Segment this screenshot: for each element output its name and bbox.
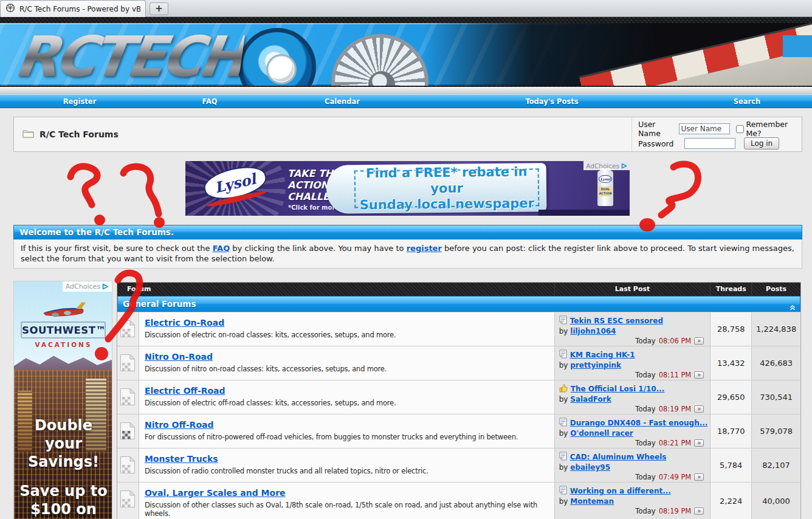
last-post-user-link[interactable]: SaladFork — [570, 395, 611, 404]
last-post-cell: CAD: Aluminum Wheels by ebailey95 Today … — [555, 449, 711, 482]
last-post-thread-link[interactable]: Tekin RS ESC sensored — [570, 317, 663, 325]
nav-todays-posts[interactable]: Today's Posts — [525, 95, 578, 108]
login-button[interactable]: Log in — [744, 137, 779, 150]
remember-me-checkbox[interactable] — [736, 125, 744, 133]
forum-description: Discussion of electric off-road classes:… — [145, 399, 548, 407]
southwest-logo: SOUTHWEST™ — [21, 321, 106, 339]
posts-count: 730,541 — [752, 380, 800, 414]
forum-link[interactable]: Nitro Off-Road — [145, 420, 214, 430]
go-to-last-post-button[interactable]: » — [694, 439, 704, 447]
forum-link[interactable]: Nitro On-Road — [145, 352, 213, 362]
adchoices-button[interactable]: AdChoices — [63, 281, 112, 292]
southwest-promo-1: Double your Savings! — [14, 416, 112, 471]
password-field[interactable] — [684, 138, 735, 149]
navbar: Register FAQ Calendar Today's Posts Sear… — [0, 94, 812, 108]
browser-tab-bar: R/C Tech Forums - Powered by vBulletin + — [0, 0, 812, 17]
annotation-dot — [94, 215, 105, 225]
username-field[interactable] — [679, 123, 730, 134]
forum-link[interactable]: Oval, Larger Scales and More — [145, 488, 286, 498]
last-post-cell: The Official Losi 1/10... by SaladFork T… — [555, 380, 711, 414]
last-post-time: Today 08:06 PM » — [559, 337, 706, 345]
browser-tab[interactable]: R/C Tech Forums - Powered by vBulletin — [0, 0, 146, 17]
forum-link[interactable]: Electric Off-Road — [145, 386, 225, 396]
register-link[interactable]: register — [407, 244, 442, 253]
last-post-cell: Durango DNX408 - Fast enough... by O'don… — [555, 414, 711, 448]
nav-register[interactable]: Register — [63, 95, 97, 108]
go-to-last-post-button[interactable]: » — [694, 507, 704, 515]
go-to-last-post-button[interactable]: » — [694, 405, 704, 413]
last-post-cell: KM Racing HK-1 by prettyinpink Today 08:… — [555, 346, 711, 380]
nav-calendar[interactable]: Calendar — [325, 95, 360, 108]
last-post-user-link[interactable]: O'donnell racer — [570, 429, 633, 438]
note-icon — [559, 315, 567, 326]
faq-link[interactable]: FAQ — [213, 244, 230, 253]
column-header-posts: Posts — [752, 283, 800, 296]
forum-status-icon — [120, 320, 136, 346]
forum-row: Electric Off-Road Discussion of electric… — [117, 380, 800, 414]
threads-count: 2,224 — [710, 483, 752, 519]
forum-description: Discussion of electric on-road classes: … — [145, 331, 548, 339]
go-to-last-post-button[interactable]: » — [694, 337, 704, 345]
column-header-last-post: Last Post — [555, 283, 711, 296]
last-post-cell: Working on a different... by Monteman To… — [555, 483, 711, 519]
airplane-graphic — [40, 300, 88, 323]
forum-status-icon — [120, 354, 136, 380]
lysol-can-graphic: Lysol DUAL ACTION — [597, 171, 613, 206]
forum-status-icon — [120, 388, 136, 414]
lysol-ad-banner[interactable]: Lysol TAKE THE DUAL ACTION WIPES CHALLEN… — [185, 161, 630, 216]
forum-status-cell — [117, 449, 139, 482]
forum-cell: Oval, Larger Scales and More Discussion … — [139, 483, 555, 519]
login-panel: User Name Remember Me? Password Log in — [631, 117, 797, 151]
last-post-user-link[interactable]: liljohn1064 — [570, 327, 616, 335]
adchoices-button[interactable]: AdChoices — [583, 161, 630, 170]
forum-description: Discussion of other classes such as Oval… — [145, 501, 548, 518]
last-post-user-link[interactable]: Monteman — [570, 497, 614, 506]
last-post-thread-link[interactable]: KM Racing HK-1 — [570, 351, 635, 359]
nav-faq[interactable]: FAQ — [202, 95, 217, 108]
column-header-threads: Threads — [710, 283, 752, 296]
forum-row: Oval, Larger Scales and More Discussion … — [117, 482, 800, 519]
forum-status-cell — [117, 414, 139, 448]
forum-table-header: Forum Last Post Threads Posts — [117, 283, 800, 296]
nav-search[interactable]: Search — [734, 95, 761, 108]
collapse-section-button[interactable] — [789, 301, 796, 308]
last-post-thread-link[interactable]: Working on a different... — [570, 487, 671, 495]
forum-status-cell — [117, 380, 139, 414]
last-post-time: Today 08:21 PM » — [559, 439, 706, 447]
forum-cell: Monster Trucks Discussion of radio contr… — [139, 449, 555, 482]
wheel-favicon-icon — [5, 3, 15, 15]
last-post-user-link[interactable]: ebailey95 — [570, 463, 610, 472]
threads-count: 28,758 — [710, 312, 752, 346]
banner-image: RCTECH — [0, 23, 812, 86]
site-banner[interactable]: RCTECH — [0, 17, 812, 94]
posts-count: 40,000 — [752, 483, 800, 519]
last-post-thread-link[interactable]: CAD: Aluminum Wheels — [570, 453, 667, 461]
posts-count: 579,078 — [752, 414, 800, 448]
forum-link[interactable]: Monster Trucks — [145, 454, 218, 464]
go-to-last-post-button[interactable]: » — [694, 371, 704, 379]
question-mark-annotation — [661, 164, 698, 215]
forum-status-cell — [117, 346, 139, 380]
forum-link[interactable]: Electric On-Road — [145, 318, 224, 328]
forum-status-cell — [117, 312, 139, 346]
forum-description: For discussions of nitro-powered off-roa… — [145, 433, 548, 441]
posts-count: 82,107 — [752, 449, 800, 482]
password-label: Password — [638, 139, 684, 148]
go-to-last-post-button[interactable]: » — [694, 473, 704, 481]
forum-row: Nitro On-Road Discussion of nitro on-roa… — [117, 346, 800, 380]
adchoices-play-icon — [102, 283, 109, 290]
southwest-promo-2: Save up to $100 on Las Vegas — [14, 482, 112, 519]
forum-row: Monster Trucks Discussion of radio contr… — [117, 448, 800, 482]
question-mark-annotation — [123, 167, 159, 214]
southwest-ad[interactable]: AdChoices SOUTHWEST™ VACATIONS Double yo… — [13, 281, 112, 519]
last-post-time: Today 08:11 PM » — [559, 371, 706, 379]
new-tab-button[interactable]: + — [150, 2, 168, 15]
forum-rows: Electric On-Road Discussion of electric … — [117, 312, 800, 519]
last-post-thread-link[interactable]: The Official Losi 1/10... — [571, 385, 665, 393]
last-post-thread-link[interactable]: Durango DNX408 - Fast enough... — [570, 419, 708, 427]
threads-count: 29,650 — [710, 380, 752, 414]
last-post-user-link[interactable]: prettyinpink — [570, 361, 621, 369]
remember-me[interactable]: Remember Me? — [736, 120, 797, 138]
remember-me-label: Remember Me? — [746, 120, 797, 138]
lysol-coupon-text: Find a FREE* rebate in your Sunday local… — [354, 168, 540, 208]
